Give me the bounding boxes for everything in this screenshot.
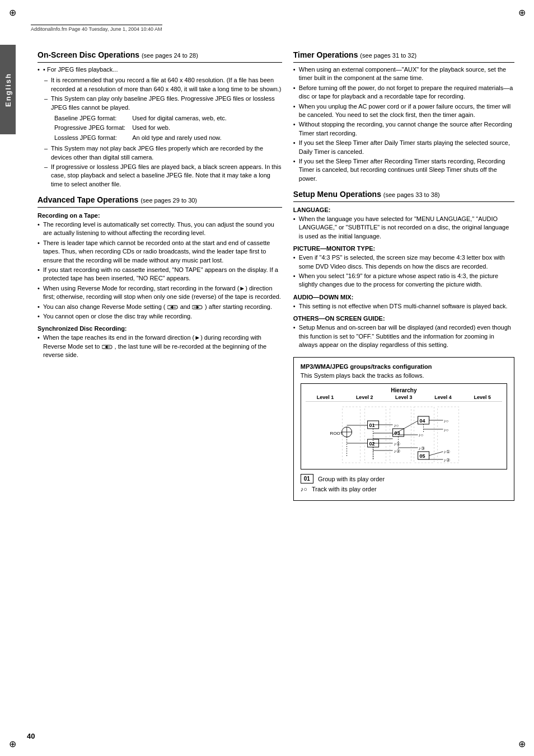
bullet-timer-3: Without stopping the recording, you cann…	[293, 120, 514, 138]
bullet-rec-0: The recording level is automatically set…	[38, 220, 282, 238]
hierarchy-title: Hierarchy	[306, 387, 502, 393]
format-row-progressive: Progressive JPEG format: Used for web.	[51, 123, 230, 133]
legend-track-icon: ♪○	[301, 486, 307, 492]
timer-ops-title: Timer Operations (see pages 31 to 32)	[293, 50, 514, 59]
page-wrapper: ⊕ ⊕ ⊕ ⊕ AdditonalInfo.fm Page 40 Tuesday…	[0, 0, 534, 756]
dash-black-screen: If progressive or lossless JPEG files ar…	[44, 163, 282, 189]
language-bullets: When the language you have selected for …	[293, 215, 514, 241]
hierarchy-container: Hierarchy Level 1 Level 2 Level 3 Level …	[301, 383, 507, 469]
sync-subtitle: Synchronized Disc Recording:	[38, 325, 282, 332]
extra-dashes: This System may not play back JPEG files…	[38, 144, 282, 189]
svg-text:♪①: ♪①	[394, 442, 400, 447]
mp3-box-title: MP3/WMA/JPEG groups/tracks configuration	[301, 363, 507, 370]
right-column: Timer Operations (see pages 31 to 32) Wh…	[293, 50, 514, 501]
bullet-audio-0: This setting is not effective when DTS m…	[293, 302, 514, 311]
svg-marker-7	[105, 345, 107, 349]
reg-mark-bl: ⊕	[6, 737, 19, 750]
timer-bullets: When using an external component—"AUX" f…	[293, 65, 514, 183]
bullet-jpeg-intro: • For JPEG files playback...	[38, 65, 282, 74]
dash-not-play: This System may not play back JPEG files…	[44, 144, 282, 162]
svg-text:04: 04	[419, 418, 425, 424]
legend-track-text: Track with its play order	[312, 486, 377, 492]
svg-marker-4	[196, 306, 199, 309]
svg-marker-1	[170, 306, 173, 309]
dash-resolution: It is recommended that you record a file…	[44, 76, 282, 93]
legend-group-number: 01	[301, 474, 313, 483]
audio-bullets: This setting is not effective when DTS m…	[293, 302, 514, 311]
hierarchy-diagram: ROOT 01	[306, 404, 502, 466]
bullet-timer-1: Before turning off the power, do not for…	[293, 84, 514, 101]
format-row-lossless: Lossless JPEG format: An old type and ra…	[51, 133, 230, 143]
recording-subtitle: Recording on a Tape:	[38, 212, 282, 219]
reg-mark-tr: ⊕	[515, 6, 528, 19]
svg-text:♪○: ♪○	[443, 428, 448, 433]
advanced-tape-section: Advanced Tape Operations (see pages 29 t…	[38, 195, 282, 359]
audio-title: AUDIO—DOWN MIX:	[293, 294, 514, 300]
bullet-rec-2: If you start recording with no cassette …	[38, 266, 282, 283]
hierarchy-levels: Level 1 Level 2 Level 3 Level 4 Level 5	[306, 395, 502, 402]
svg-rect-55	[437, 407, 458, 463]
bullet-timer-5: If you set the Sleep Timer after Recordi…	[293, 157, 514, 183]
reg-mark-br: ⊕	[515, 737, 528, 750]
svg-line-47	[429, 452, 443, 456]
recording-bullets: The recording level is automatically set…	[38, 220, 282, 321]
reverse-icon-1	[167, 304, 179, 310]
divider-tape	[38, 207, 282, 208]
on-screen-dashes: It is recommended that you record a file…	[38, 76, 282, 112]
svg-text:♪○: ♪○	[418, 433, 423, 438]
svg-text:02: 02	[369, 441, 374, 447]
left-column: On-Screen Disc Operations (see pages 24 …	[38, 50, 282, 501]
on-screen-bullets: • For JPEG files playback...	[38, 65, 282, 74]
others-bullets: Setup Menus and on-screen bar will be di…	[293, 323, 514, 349]
reverse-icon-2	[192, 304, 203, 310]
language-tab: English	[0, 45, 16, 134]
dash-baseline: This System can play only baseline JPEG …	[44, 95, 282, 112]
others-title: OTHERS—ON SCREEN GUIDE:	[293, 315, 514, 322]
on-screen-disc-title: On-Screen Disc Operations (see pages 24 …	[38, 50, 282, 59]
setup-menu-section: Setup Menu Operations (see pages 33 to 3…	[293, 190, 514, 349]
sync-bullets: When the tape reaches its end in the for…	[38, 334, 282, 359]
bullet-timer-0: When using an external component—"AUX" f…	[293, 65, 514, 83]
svg-text:ROOT: ROOT	[330, 431, 343, 436]
on-screen-disc-section: On-Screen Disc Operations (see pages 24 …	[38, 50, 282, 189]
setup-menu-title: Setup Menu Operations (see pages 33 to 3…	[293, 190, 514, 199]
svg-text:♪①: ♪①	[443, 449, 449, 454]
legend-group-row: 01 Group with its play order	[301, 474, 507, 483]
svg-text:♪②: ♪②	[443, 458, 449, 463]
svg-text:05: 05	[419, 453, 425, 459]
advanced-tape-title: Advanced Tape Operations (see pages 29 t…	[38, 195, 282, 204]
legend-track-row: ♪○ Track with its play order	[301, 486, 507, 492]
format-row-baseline: Baseline JPEG format: Used for digital c…	[51, 114, 230, 123]
bullet-pic-1: When you select "16:9" for a picture who…	[293, 272, 514, 289]
svg-text:♪○: ♪○	[443, 419, 448, 424]
svg-text:♪③: ♪③	[418, 446, 424, 451]
reverse-mode-icon	[102, 344, 113, 350]
svg-rect-52	[364, 407, 386, 463]
jpeg-formats: Baseline JPEG format: Used for digital c…	[51, 114, 230, 143]
svg-text:♪②: ♪②	[394, 449, 400, 454]
format-table: Baseline JPEG format: Used for digital c…	[51, 114, 282, 143]
divider-setup	[293, 201, 514, 202]
bullet-rec-3: When using Reverse Mode for recording, s…	[38, 284, 282, 302]
picture-title: PICTURE—MONITOR TYPE:	[293, 245, 514, 252]
divider-on-screen	[38, 62, 282, 63]
mp3-box: MP3/WMA/JPEG groups/tracks configuration…	[293, 357, 514, 501]
bullet-rec-5: You cannot open or close the disc tray w…	[38, 312, 282, 321]
bullet-sync-0: When the tape reaches its end in the for…	[38, 334, 282, 359]
svg-text:01: 01	[369, 422, 374, 428]
bullet-rec-4: You can also change Reverse Mode setting…	[38, 303, 282, 311]
language-title: LANGUAGE:	[293, 206, 514, 213]
bullet-pic-0: Even if "4:3 PS" is selected, the screen…	[293, 253, 514, 271]
reg-mark-tl: ⊕	[6, 6, 19, 19]
two-column-layout: On-Screen Disc Operations (see pages 24 …	[38, 50, 514, 501]
legend-group-text: Group with its play order	[318, 476, 385, 482]
file-info: AdditonalInfo.fm Page 40 Tuesday, June 1…	[31, 25, 162, 32]
page-number: 40	[27, 732, 35, 740]
bullet-timer-2: When you unplug the AC power cord or if …	[293, 102, 514, 120]
main-content: On-Screen Disc Operations (see pages 24 …	[29, 50, 523, 501]
bullet-others-0: Setup Menus and on-screen bar will be di…	[293, 323, 514, 349]
bullet-timer-4: If you set the Sleep Timer after Daily T…	[293, 139, 514, 156]
mp3-box-subtitle: This System plays back the tracks as fol…	[301, 372, 507, 379]
picture-bullets: Even if "4:3 PS" is selected, the screen…	[293, 253, 514, 289]
bullet-rec-1: There is leader tape which cannot be rec…	[38, 239, 282, 265]
